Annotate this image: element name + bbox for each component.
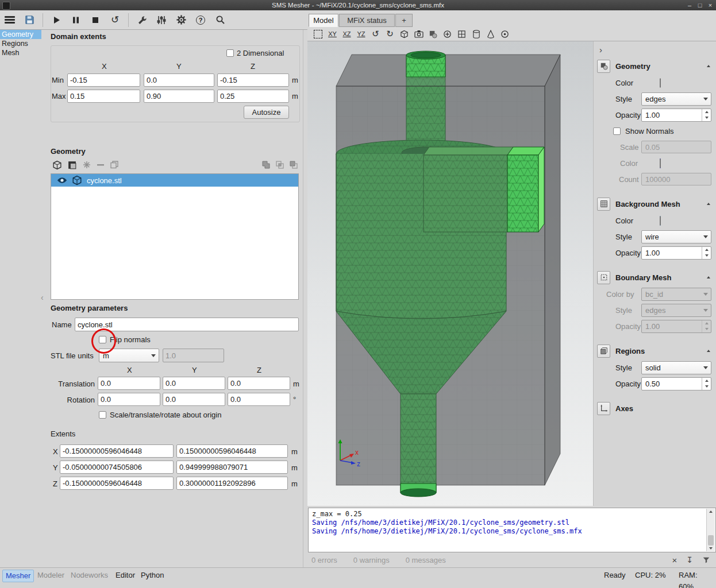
two-dimensional-checkbox[interactable]: [226, 49, 234, 57]
search-button[interactable]: [210, 12, 230, 28]
save-button[interactable]: [20, 12, 39, 28]
menu-button[interactable]: [0, 12, 20, 28]
add-procedural-button[interactable]: [82, 160, 92, 170]
collapse-icon[interactable]: [707, 65, 710, 67]
vis-boundary-header[interactable]: Boundary Mesh: [594, 269, 716, 286]
rotate-left-button[interactable]: ↺: [368, 28, 383, 40]
toggle-cone-button[interactable]: [483, 28, 498, 40]
vis-geometry-header[interactable]: Geometry: [594, 57, 716, 75]
panel-expand-icon[interactable]: ›: [599, 45, 602, 55]
domain-max-y-input[interactable]: [144, 90, 214, 103]
rotate-right-button[interactable]: ↻: [383, 28, 397, 40]
translation-y-input[interactable]: [163, 377, 225, 390]
build-button[interactable]: [132, 12, 152, 28]
fit-view-button[interactable]: [311, 28, 325, 40]
geometry-tree-row-cyclone[interactable]: cyclone.stl: [51, 174, 298, 187]
console-line-link[interactable]: Saving /nfs/home/3/dietikej/MFiX/20.1/cy…: [312, 519, 712, 527]
regions-opacity-spin[interactable]: 0.50: [641, 377, 711, 390]
translation-z-input[interactable]: [228, 377, 290, 390]
extent-y-max-input[interactable]: [176, 461, 288, 474]
filter-messages-icon[interactable]: [702, 556, 710, 564]
panel-splitter[interactable]: [303, 30, 303, 567]
minimize-icon[interactable]: –: [686, 2, 693, 9]
domain-max-x-input[interactable]: [67, 90, 140, 103]
geometry-style-combo[interactable]: edges: [641, 92, 711, 106]
screenshot-button[interactable]: [411, 28, 426, 40]
perspective-button[interactable]: [397, 28, 411, 40]
vis-bgmesh-header[interactable]: Background Mesh: [594, 195, 716, 212]
geometry-opacity-spin[interactable]: 1.00: [641, 109, 711, 122]
tab-mfix-status[interactable]: MFiX status: [339, 14, 395, 27]
collapse-icon[interactable]: [707, 203, 710, 205]
extent-y-min-input[interactable]: [60, 461, 174, 474]
stl-units-combo[interactable]: m: [99, 349, 159, 362]
domain-min-z-input[interactable]: [217, 74, 289, 87]
scroll-down-icon[interactable]: [709, 547, 713, 550]
toggle-geometry-button[interactable]: [426, 28, 440, 40]
scroll-up-icon[interactable]: [709, 510, 713, 513]
stop-button[interactable]: [86, 12, 105, 28]
console-output[interactable]: z_max = 0.25 Saving /nfs/home/3/dietikej…: [308, 508, 716, 552]
translation-x-input[interactable]: [98, 377, 160, 390]
maximize-icon[interactable]: □: [696, 2, 703, 9]
tab-add-button[interactable]: +: [395, 14, 413, 27]
collapse-icon[interactable]: [707, 350, 710, 352]
copy-geometry-button[interactable]: [109, 160, 120, 170]
autosize-button[interactable]: Autosize: [244, 106, 289, 119]
rotation-x-input[interactable]: [98, 393, 160, 406]
scrollbar-thumb[interactable]: [708, 535, 714, 546]
view-xz-button[interactable]: XZ: [340, 28, 354, 40]
toggle-mesh-button[interactable]: [455, 28, 469, 40]
rotation-z-input[interactable]: [228, 393, 290, 406]
bgmesh-style-combo[interactable]: wire: [641, 230, 711, 243]
clear-console-icon[interactable]: ×: [672, 555, 677, 565]
settings-button[interactable]: [171, 12, 191, 28]
domain-max-z-input[interactable]: [217, 90, 289, 103]
view-xy-button[interactable]: XY: [325, 28, 340, 40]
console-scrollbar[interactable]: [706, 509, 715, 551]
bgmesh-color-swatch[interactable]: [660, 216, 661, 226]
tab-model[interactable]: Model: [309, 14, 338, 27]
pause-button[interactable]: [66, 12, 86, 28]
mode-editor[interactable]: Editor: [113, 570, 138, 581]
bgmesh-opacity-spin[interactable]: 1.00: [641, 246, 711, 260]
boolean-difference-button[interactable]: [288, 160, 299, 170]
visibility-eye-icon[interactable]: [57, 175, 67, 185]
rotation-y-input[interactable]: [163, 393, 225, 406]
extent-x-max-input[interactable]: [176, 444, 288, 458]
close-icon[interactable]: ×: [707, 2, 714, 9]
remove-geometry-button[interactable]: [95, 160, 106, 170]
toggle-visibility-button[interactable]: [498, 28, 512, 40]
toggle-sphere-button[interactable]: [440, 28, 455, 40]
viewport-3d[interactable]: x z: [307, 41, 593, 506]
normals-color-swatch[interactable]: [660, 158, 661, 168]
mode-nodeworks[interactable]: Nodeworks: [68, 570, 111, 581]
regions-style-combo[interactable]: solid: [641, 361, 711, 374]
sidebar-item-mesh[interactable]: Mesh: [0, 48, 41, 57]
vis-regions-header[interactable]: Regions: [594, 342, 716, 359]
view-yz-button[interactable]: YZ: [354, 28, 368, 40]
mode-modeler[interactable]: Modeler: [34, 570, 67, 581]
parameters-button[interactable]: [152, 12, 171, 28]
mode-python[interactable]: Python: [138, 570, 167, 581]
extent-x-min-input[interactable]: [60, 444, 174, 458]
about-origin-checkbox[interactable]: [99, 411, 106, 419]
sidebar-item-geometry[interactable]: Geometry: [0, 30, 41, 39]
flip-normals-checkbox[interactable]: [99, 336, 106, 343]
boolean-union-button[interactable]: [261, 160, 271, 170]
add-filter-button[interactable]: [67, 160, 77, 170]
console-line-link[interactable]: Saving /nfs/home/3/dietikej/MFiX/20.1/cy…: [312, 527, 712, 536]
domain-min-x-input[interactable]: [67, 74, 140, 87]
help-button[interactable]: ?: [191, 12, 210, 28]
mode-mesher[interactable]: Mesher: [2, 570, 34, 582]
splitter-collapse-icon[interactable]: ‹: [41, 293, 44, 302]
extent-z-max-input[interactable]: [176, 477, 288, 490]
sidebar-item-regions[interactable]: Regions: [0, 39, 41, 48]
extent-z-min-input[interactable]: [60, 477, 174, 490]
toggle-cylinder-button[interactable]: [469, 28, 483, 40]
reset-button[interactable]: ↺: [105, 12, 125, 28]
add-geometry-button[interactable]: [52, 160, 62, 170]
show-normals-checkbox[interactable]: [613, 127, 621, 135]
scroll-to-bottom-icon[interactable]: ↧: [686, 555, 693, 564]
run-button[interactable]: [47, 12, 66, 28]
